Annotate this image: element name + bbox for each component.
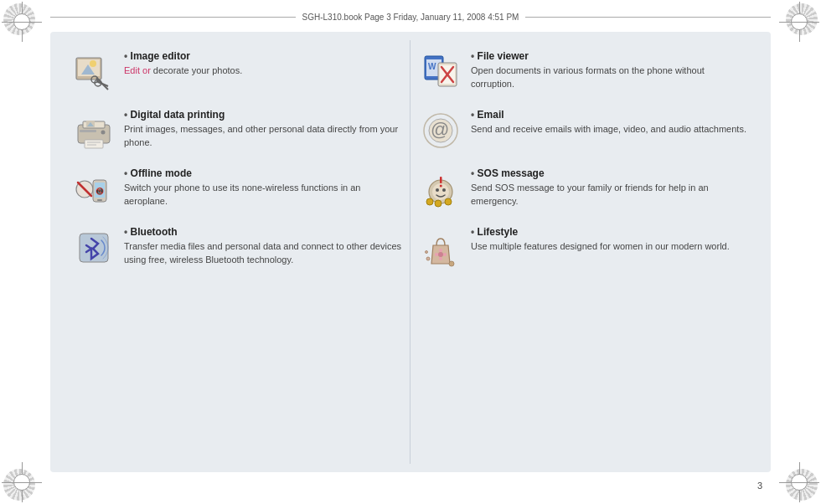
svg-line-7	[96, 81, 108, 86]
bluetooth-text: Bluetooth Transfer media files and perso…	[124, 226, 401, 267]
bluetooth-icon	[72, 226, 116, 270]
svg-point-46	[435, 253, 438, 256]
digital-printing-desc: Print images, messages, and other person…	[124, 123, 401, 150]
svg-rect-41	[440, 177, 442, 183]
feature-image-editor: Image editor Edit or decorate your photo…	[72, 45, 401, 99]
svg-point-43	[438, 252, 443, 257]
lifestyle-icon	[419, 226, 462, 270]
svg-point-40	[445, 198, 452, 205]
file-viewer-icon: W	[419, 50, 462, 94]
svg-point-3	[90, 60, 96, 67]
header-bar: SGH-L310.book Page 3 Friday, January 11,…	[50, 10, 771, 23]
offline-mode-icon: 📵	[72, 167, 116, 211]
email-text: Email Send and receive emails with image…	[471, 109, 749, 136]
feature-file-viewer: W File viewer Open documents in various …	[419, 45, 749, 99]
feature-digital-printing: Digital data printing Print images, mess…	[72, 104, 401, 157]
printer-icon	[72, 109, 116, 152]
feature-email: @ Email Send and receive emails with ima…	[419, 104, 749, 157]
feature-lifestyle: Lifestyle Use multiple features designed…	[419, 221, 749, 275]
file-viewer-text: File viewer Open documents in various fo…	[471, 50, 749, 91]
svg-point-50	[449, 261, 454, 266]
offline-mode-title: Offline mode	[124, 167, 401, 179]
svg-rect-10	[85, 140, 103, 148]
email-desc: Send and receive emails with image, vide…	[471, 123, 749, 136]
svg-rect-21	[97, 199, 102, 201]
svg-point-39	[435, 200, 441, 207]
digital-printing-text: Digital data printing Print images, mess…	[124, 109, 401, 150]
lifestyle-text: Lifestyle Use multiple features designed…	[471, 226, 749, 254]
offline-mode-desc: Switch your phone to use its none-wirele…	[124, 182, 401, 208]
sos-message-title: SOS message	[471, 167, 749, 179]
svg-point-37	[442, 188, 446, 192]
crosshair-bl	[2, 462, 42, 502]
right-column: W File viewer Open documents in various …	[410, 40, 757, 464]
svg-point-45	[439, 257, 442, 260]
svg-point-48	[426, 257, 430, 260]
svg-point-44	[439, 249, 442, 252]
image-editor-icon	[72, 50, 116, 94]
left-column: Image editor Edit or decorate your photo…	[64, 40, 410, 464]
svg-point-49	[426, 251, 428, 254]
crosshair-tr	[779, 2, 819, 42]
lifestyle-title: Lifestyle	[471, 226, 749, 238]
svg-point-38	[426, 198, 433, 205]
bluetooth-desc: Transfer media files and personal data a…	[124, 240, 401, 267]
header-text: SGH-L310.book Page 3 Friday, January 11,…	[296, 13, 526, 22]
email-icon: @	[419, 109, 462, 152]
svg-text:@: @	[431, 119, 449, 140]
offline-mode-text: Offline mode Switch your phone to use it…	[124, 167, 401, 208]
feature-bluetooth: Bluetooth Transfer media files and perso…	[72, 221, 401, 275]
image-editor-desc: Edit or decorate your photos.	[124, 64, 401, 78]
lifestyle-desc: Use multiple features designed for women…	[471, 240, 749, 254]
sos-message-text: SOS message Send SOS message to your fam…	[471, 167, 749, 208]
sos-message-icon	[419, 167, 462, 211]
svg-point-13	[101, 131, 106, 135]
digital-printing-title: Digital data printing	[124, 109, 401, 121]
image-editor-text: Image editor Edit or decorate your photo…	[124, 50, 401, 78]
crosshair-tl	[2, 2, 42, 42]
svg-text:W: W	[428, 62, 436, 71]
crosshair-br	[779, 462, 819, 502]
file-viewer-title: File viewer	[471, 50, 749, 62]
svg-point-47	[443, 253, 447, 256]
svg-point-42	[440, 185, 442, 188]
file-viewer-desc: Open documents in various formats on the…	[471, 64, 749, 91]
content-area: Image editor Edit or decorate your photo…	[50, 32, 771, 472]
page-number: 3	[757, 481, 762, 491]
image-editor-title: Image editor	[124, 50, 401, 62]
image-editor-highlight: Edit or	[124, 65, 151, 75]
email-title: Email	[471, 109, 749, 121]
feature-sos-message: SOS message Send SOS message to your fam…	[419, 162, 749, 216]
sos-message-desc: Send SOS message to your family or frien…	[471, 182, 749, 208]
image-editor-desc-plain: decorate your photos.	[151, 65, 242, 75]
svg-point-36	[436, 188, 439, 192]
feature-offline-mode: 📵 Offline mode Switch your phone to use …	[72, 162, 401, 216]
bluetooth-title: Bluetooth	[124, 226, 401, 238]
svg-rect-14	[80, 130, 96, 132]
svg-text:📵: 📵	[96, 187, 104, 195]
